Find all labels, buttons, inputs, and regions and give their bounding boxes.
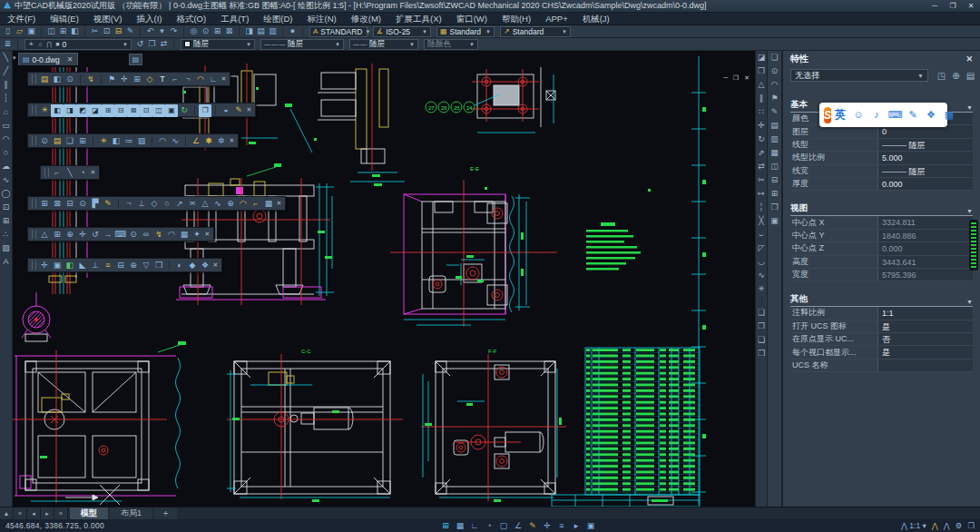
copy-icon[interactable]: ⊡	[101, 25, 113, 37]
toolbar-close-icon[interactable]: ✕	[203, 228, 211, 241]
settings-gear-button[interactable]: ⚙	[956, 521, 963, 530]
text-icon[interactable]: A	[0, 255, 12, 269]
tag-icon[interactable]: ◇	[143, 73, 156, 85]
otrack-toggle[interactable]: ∠	[512, 520, 524, 532]
expand-icon[interactable]: ⊞	[769, 187, 780, 201]
multiline-icon[interactable]: ∥	[0, 78, 12, 92]
dyn-ucs-toggle[interactable]: ≡	[555, 520, 568, 532]
chevron-down-icon[interactable]: ▼	[243, 42, 251, 47]
view-previous-icon[interactable]: ❏	[769, 51, 780, 64]
property-value[interactable]	[877, 360, 973, 371]
section-header-other[interactable]: 其他▼	[790, 292, 973, 307]
ucs-icon[interactable]: ✛	[118, 73, 131, 85]
array-rect-icon[interactable]: ⊞	[38, 197, 51, 210]
dim-style-combo[interactable]: ∡ ISO-25 ▼	[373, 26, 431, 37]
toolbar-close-icon[interactable]: ✕	[211, 259, 220, 271]
ortho-toggle[interactable]: ∟	[468, 520, 481, 532]
light-icon[interactable]: ☀	[38, 103, 51, 116]
match-properties-icon[interactable]: ✎	[124, 25, 136, 37]
zoom-previous-icon[interactable]: ⊠	[223, 25, 235, 37]
center-mark-icon[interactable]: ⊕	[64, 228, 76, 241]
plotstyle-combo[interactable]: 随颜色 ▼	[424, 39, 478, 50]
layer-states-icon[interactable]: ❐	[146, 38, 158, 50]
symbol-icon[interactable]: ❖	[199, 259, 211, 271]
mirror-tool-icon[interactable]: △	[38, 228, 51, 241]
dynamic-input-toggle[interactable]: ✎	[526, 520, 539, 532]
toolbar-close-icon[interactable]: ✕	[275, 197, 283, 210]
handwriting-icon[interactable]: ✎	[906, 109, 920, 121]
menu-item[interactable]: 绘图(D)	[256, 13, 299, 25]
mirror-icon[interactable]: △	[756, 78, 768, 92]
table-style-combo[interactable]: ▦ Standard ▼	[436, 26, 495, 37]
floating-toolbar-7[interactable]: ✛▣◧◣⊥≡⊟⊕▽❒◐◆❖✕	[27, 258, 222, 272]
property-value[interactable]: 5795.396	[877, 269, 973, 281]
layer-isolate-icon[interactable]: ⇄	[158, 38, 170, 50]
full-screen-button[interactable]: ❒	[967, 521, 975, 530]
grid-tool-icon[interactable]: ▦	[262, 197, 275, 210]
annotation-monitor-toggle[interactable]: ▣	[584, 520, 597, 532]
zoom-icon[interactable]: ⊙	[64, 73, 76, 85]
auto-annotate-button[interactable]: ⋀	[932, 521, 938, 530]
property-value[interactable]: 0.000	[877, 178, 973, 190]
image-adjust-icon[interactable]: ◧	[110, 134, 122, 147]
break-icon[interactable]: ╳	[756, 214, 768, 228]
viewport-7-icon[interactable]: ⊠	[127, 104, 140, 117]
polyline-icon[interactable]: ┆	[0, 92, 12, 105]
move-part-icon[interactable]: ✛	[38, 259, 51, 271]
camera-icon[interactable]: ◧	[51, 73, 64, 85]
flag-icon[interactable]: ⚑	[105, 73, 118, 85]
half-circle-icon[interactable]: ◐	[173, 259, 186, 271]
menu-item[interactable]: 标注(N)	[300, 13, 344, 25]
mdi-close-button[interactable]: ✕	[744, 74, 750, 82]
chevron-down-icon[interactable]: ▼	[917, 73, 924, 79]
diamond-icon[interactable]: ◇	[148, 197, 161, 210]
tab-nav-icon[interactable]: ◂	[27, 507, 41, 519]
restore-button[interactable]: ❐	[944, 2, 962, 10]
bolt-icon[interactable]: ↯	[152, 228, 165, 241]
chamfer-icon[interactable]: ◸	[756, 241, 768, 255]
triangle-tool-icon[interactable]: ◣	[76, 259, 89, 271]
menu-item[interactable]: 扩展工具(X)	[388, 13, 449, 25]
toolbar-close-icon[interactable]: ✕	[245, 103, 253, 116]
publish-icon[interactable]: ◧	[69, 25, 81, 37]
mleader-style-combo[interactable]: ↗ Standard ▼	[500, 26, 571, 37]
ime-mode-label[interactable]: 英	[835, 107, 846, 123]
tab-nav-icon[interactable]: ▲	[0, 507, 14, 519]
color-combo[interactable]: 随层 ▼	[181, 39, 255, 50]
triangle-icon[interactable]: △	[199, 197, 211, 210]
property-value[interactable]: 5.000	[877, 152, 973, 163]
views-icon[interactable]: ▤	[38, 73, 51, 85]
toolbar-close-icon[interactable]: ✕	[89, 166, 97, 179]
layout-tab-模型[interactable]: 模型	[70, 507, 108, 519]
viewport-9-icon[interactable]: ◫	[152, 104, 165, 117]
lineweight-combo[interactable]: —— 随层 ▼	[349, 39, 418, 50]
tab-nav-icon[interactable]: »	[54, 507, 68, 519]
selection-combo[interactable]: 无选择 ▼	[790, 69, 928, 82]
floating-toolbar-4[interactable]: ⌐╲◔✕	[40, 165, 100, 180]
center-target-icon[interactable]: ⊕	[127, 259, 140, 271]
break-at-point-icon[interactable]: ╎	[756, 201, 768, 214]
spline-tool-icon[interactable]: ∿	[211, 197, 224, 210]
grid-snap-icon[interactable]: ▦	[178, 228, 191, 241]
block-tool-icon[interactable]: ▣	[51, 259, 64, 271]
scale-icon[interactable]: ⇗	[756, 146, 768, 160]
rectangle-tool-2-icon[interactable]: ❐	[756, 320, 768, 333]
viewport-10-icon[interactable]: ▣	[165, 104, 178, 117]
array-polar-icon[interactable]: ⊟	[64, 197, 76, 210]
toolbar-grip[interactable]	[32, 136, 36, 145]
circle-snap-icon[interactable]: ⊙	[127, 228, 140, 241]
join-icon[interactable]: ⌣	[756, 228, 768, 241]
osnap-toggle[interactable]: ▢	[497, 520, 510, 532]
toggle-pickadd-icon[interactable]: ◳	[936, 70, 947, 82]
refresh-icon[interactable]: ↻	[178, 103, 191, 116]
wave-icon[interactable]: ∿	[169, 134, 181, 147]
snap-star-icon[interactable]: ✱	[202, 134, 215, 147]
table-icon[interactable]: ⊞	[76, 134, 89, 147]
toolbar-close-icon[interactable]: ✕	[228, 134, 236, 147]
step-icon[interactable]: ∟	[207, 73, 220, 85]
chain-icon[interactable]: ∞	[140, 228, 152, 241]
offset-icon[interactable]: ∥	[756, 92, 768, 105]
menu-item[interactable]: APP+	[538, 13, 575, 25]
chevron-down-icon[interactable]: ▼	[362, 29, 370, 34]
property-value[interactable]: ——— 随层	[877, 165, 973, 177]
